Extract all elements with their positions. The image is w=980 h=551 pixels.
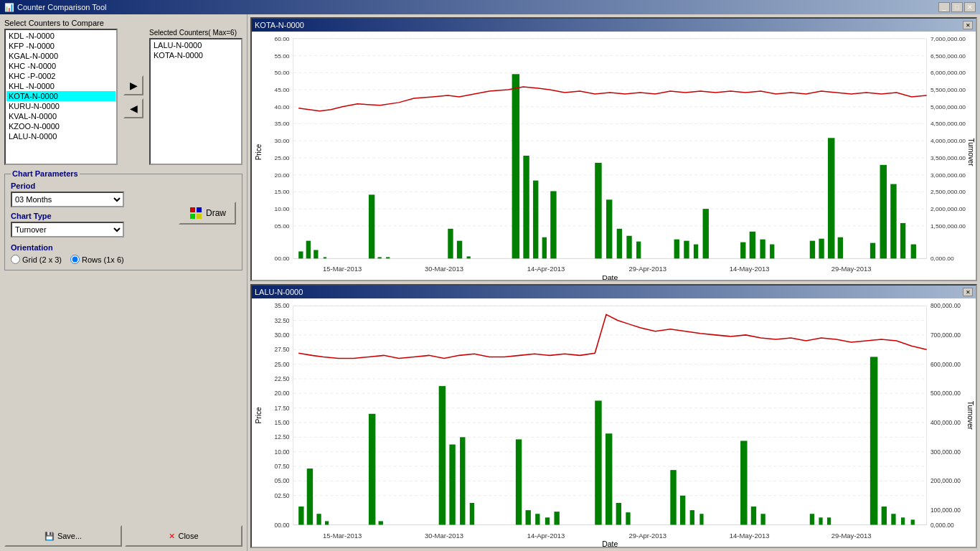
svg-rect-55 bbox=[306, 241, 311, 259]
bottom-buttons: 💾 Save... ✕ Close bbox=[4, 519, 242, 547]
selected-LALU[interactable]: LALU-N-0000 bbox=[151, 40, 240, 50]
svg-text:400,000.00: 400,000.00 bbox=[930, 420, 961, 426]
chart-type-label: Chart Type bbox=[11, 212, 174, 220]
svg-rect-154 bbox=[545, 517, 550, 524]
period-select[interactable]: 01 Week 01 Month 03 Months 06 Months 01 … bbox=[11, 192, 124, 207]
svg-text:29-May-2013: 29-May-2013 bbox=[831, 265, 872, 273]
svg-text:4,000,000.00: 4,000,000.00 bbox=[930, 138, 966, 144]
counter-LALU[interactable]: LALU-N-0000 bbox=[6, 131, 116, 141]
svg-rect-80 bbox=[760, 240, 765, 259]
svg-text:20.00: 20.00 bbox=[275, 390, 290, 397]
svg-rect-168 bbox=[819, 517, 822, 524]
counter-KGAL[interactable]: KGAL-N-0000 bbox=[6, 51, 116, 61]
chart-parameters-section: Chart Parameters Period 01 Week 01 Month… bbox=[4, 174, 242, 270]
counter-KHL[interactable]: KHL -N-0000 bbox=[6, 81, 116, 91]
svg-text:14-May-2013: 14-May-2013 bbox=[730, 265, 770, 273]
counter-KZOO[interactable]: KZOO-N-0000 bbox=[6, 121, 116, 131]
svg-text:3,000,000.00: 3,000,000.00 bbox=[930, 172, 966, 179]
svg-text:07.50: 07.50 bbox=[275, 463, 290, 470]
svg-rect-141 bbox=[298, 507, 303, 524]
maximize-button[interactable]: □ bbox=[951, 2, 963, 12]
svg-text:15-Mar-2013: 15-Mar-2013 bbox=[323, 265, 362, 273]
svg-text:60.00: 60.00 bbox=[275, 36, 291, 42]
svg-rect-85 bbox=[838, 237, 843, 259]
svg-text:50.00: 50.00 bbox=[275, 70, 291, 77]
svg-text:30-Mar-2013: 30-Mar-2013 bbox=[425, 532, 463, 540]
svg-text:35.00: 35.00 bbox=[275, 121, 291, 128]
counter-KURU[interactable]: KURU-N-0000 bbox=[6, 101, 116, 111]
svg-rect-62 bbox=[457, 241, 462, 259]
chart-kota-titlebar: KOTA-N-0000 ✕ bbox=[252, 19, 976, 32]
charts-area: KOTA-N-0000 ✕ bbox=[248, 14, 980, 551]
svg-rect-66 bbox=[533, 181, 538, 259]
svg-text:17.50: 17.50 bbox=[275, 405, 290, 412]
window-icon: 📊 bbox=[4, 3, 14, 12]
close-window-button[interactable]: ✕ bbox=[964, 2, 976, 12]
counter-KVAL[interactable]: KVAL-N-0000 bbox=[6, 111, 116, 121]
close-button[interactable]: ✕ Close bbox=[125, 525, 242, 547]
svg-text:40.00: 40.00 bbox=[275, 104, 291, 110]
svg-text:2,000,000.00: 2,000,000.00 bbox=[930, 206, 966, 212]
counter-KHC-P[interactable]: KHC -P-0002 bbox=[6, 71, 116, 81]
svg-text:25.00: 25.00 bbox=[275, 155, 291, 161]
svg-rect-156 bbox=[595, 400, 601, 524]
rows-option[interactable]: Rows (1x 6) bbox=[70, 255, 124, 264]
counter-KDL[interactable]: KDL -N-0000 bbox=[6, 31, 116, 41]
svg-rect-70 bbox=[606, 199, 612, 258]
svg-rect-78 bbox=[740, 242, 745, 259]
counter-KFP[interactable]: KFP -N-0000 bbox=[6, 41, 116, 51]
chart-lalu-close[interactable]: ✕ bbox=[963, 288, 973, 296]
remove-counter-button[interactable]: ◀ bbox=[123, 98, 143, 118]
svg-text:700,000.00: 700,000.00 bbox=[930, 332, 961, 339]
svg-rect-144 bbox=[325, 521, 329, 524]
svg-rect-58 bbox=[369, 194, 374, 258]
selected-counters-list[interactable]: LALU-N-0000 KOTA-N-0000 bbox=[149, 38, 242, 165]
svg-text:45.00: 45.00 bbox=[275, 87, 291, 93]
svg-rect-56 bbox=[314, 250, 318, 258]
svg-text:Price: Price bbox=[254, 143, 262, 160]
chart-lalu: LALU-N-0000 ✕ bbox=[250, 284, 977, 548]
rows-radio[interactable] bbox=[70, 255, 80, 264]
svg-text:30-Mar-2013: 30-Mar-2013 bbox=[425, 265, 463, 273]
svg-text:300,000.00: 300,000.00 bbox=[930, 449, 961, 456]
counter-KOTA[interactable]: KOTA-N-0000 bbox=[6, 91, 116, 101]
svg-rect-153 bbox=[535, 514, 540, 524]
svg-rect-57 bbox=[324, 257, 326, 258]
svg-rect-60 bbox=[386, 257, 390, 258]
svg-rect-83 bbox=[819, 239, 824, 259]
svg-rect-148 bbox=[449, 445, 455, 525]
svg-rect-145 bbox=[369, 414, 375, 525]
svg-rect-72 bbox=[626, 236, 631, 259]
available-counters-list[interactable]: KDL -N-0000 KFP -N-0000 KGAL-N-0000 KHC … bbox=[4, 29, 118, 165]
orientation-label: Orientation bbox=[11, 243, 236, 252]
svg-rect-76 bbox=[694, 245, 698, 259]
close-label: Close bbox=[178, 532, 198, 540]
svg-text:32.50: 32.50 bbox=[275, 318, 290, 324]
svg-text:29-Apr-2013: 29-Apr-2013 bbox=[629, 265, 667, 273]
svg-text:4,500,000.00: 4,500,000.00 bbox=[930, 121, 966, 128]
window-title: Counter Comparison Tool bbox=[17, 3, 107, 11]
grid-radio[interactable] bbox=[11, 255, 20, 264]
svg-text:15-Mar-2013: 15-Mar-2013 bbox=[323, 532, 362, 540]
svg-rect-142 bbox=[307, 468, 313, 524]
svg-rect-165 bbox=[751, 507, 756, 524]
grid-option[interactable]: Grid (2 x 3) bbox=[11, 255, 62, 264]
counter-KHC-N[interactable]: KHC -N-0000 bbox=[6, 61, 116, 71]
selected-KOTA[interactable]: KOTA-N-0000 bbox=[151, 50, 240, 60]
svg-text:14-Apr-2013: 14-Apr-2013 bbox=[527, 265, 565, 273]
svg-rect-157 bbox=[606, 433, 612, 524]
add-counter-button[interactable]: ▶ bbox=[123, 75, 143, 95]
close-icon: ✕ bbox=[169, 532, 175, 541]
chart-kota-close[interactable]: ✕ bbox=[963, 21, 973, 29]
chart-lalu-title: LALU-N-0000 bbox=[255, 288, 303, 296]
save-button[interactable]: 💾 Save... bbox=[4, 525, 122, 547]
svg-rect-149 bbox=[460, 437, 465, 524]
svg-rect-75 bbox=[684, 241, 689, 259]
orientation-options: Grid (2 x 3) Rows (1x 6) bbox=[11, 255, 236, 264]
chart-type-select[interactable]: Price Turnover Volume bbox=[11, 222, 124, 237]
svg-rect-82 bbox=[810, 241, 815, 259]
minimize-button[interactable]: _ bbox=[938, 2, 950, 12]
draw-button[interactable]: Draw bbox=[179, 202, 236, 225]
svg-text:00.00: 00.00 bbox=[275, 522, 290, 529]
svg-text:30.00: 30.00 bbox=[275, 138, 291, 144]
